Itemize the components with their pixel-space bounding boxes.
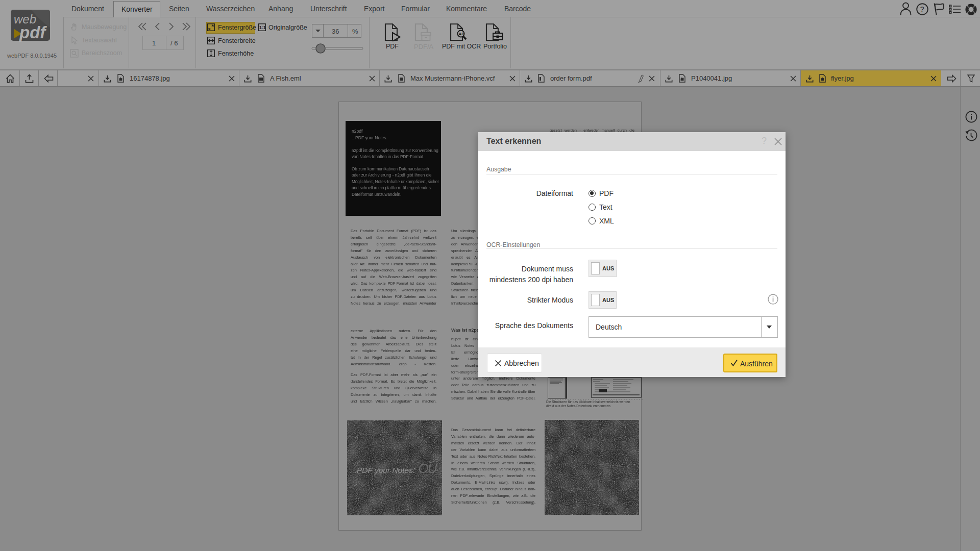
svg-text:?: ?: [920, 5, 924, 13]
svg-text:AB: AB: [459, 32, 465, 36]
svg-text:1:1: 1:1: [259, 25, 266, 30]
svg-text:pdf: pdf: [19, 23, 47, 42]
